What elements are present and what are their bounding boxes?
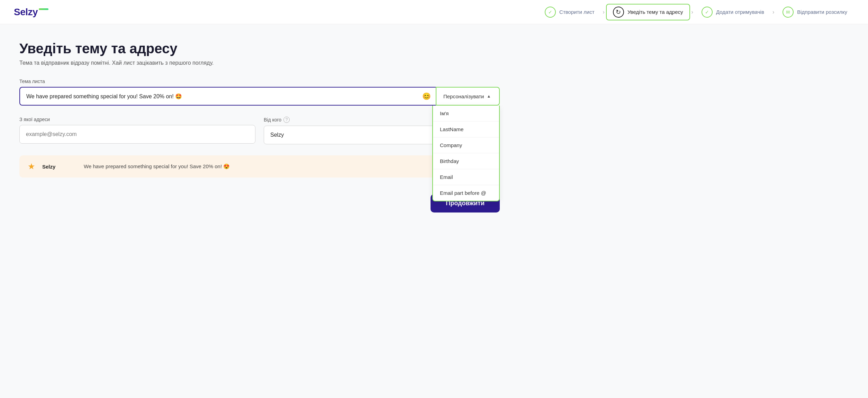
subject-row: 😊 Персоналізувати ▲ Ім'я LastName Compan… — [19, 87, 500, 106]
step-2-label: Уведіть тему та адресу — [627, 9, 683, 15]
dropdown-item-company[interactable]: Company — [433, 137, 499, 153]
dropdown-item-email[interactable]: Email — [433, 169, 499, 185]
chevron-up-icon: ▲ — [487, 94, 491, 99]
step-1[interactable]: ✓ Створити лист — [538, 4, 601, 20]
logo[interactable]: Selzy — [14, 7, 48, 18]
logo-text: Selzy — [14, 7, 38, 18]
preview-subject: We have prepared something special for y… — [84, 163, 230, 170]
page-title: Уведіть тему та адресу — [19, 41, 500, 56]
subject-input-wrapper: 😊 — [19, 87, 436, 106]
logo-accent — [39, 8, 48, 10]
step-2-refresh-icon: ↻ — [613, 7, 624, 18]
step-3-check-icon: ✓ — [702, 7, 713, 18]
arrow-1: › — [603, 9, 605, 15]
stepper: ✓ Створити лист › ↻ Уведіть тему та адре… — [538, 4, 854, 20]
step-4-label: Відправити розсилку — [797, 9, 847, 15]
from-address-field: З якої адреси — [19, 117, 255, 144]
help-icon[interactable]: ? — [283, 117, 290, 123]
step-4[interactable]: ✉ Відправити розсилку — [776, 4, 854, 20]
arrow-3: › — [772, 9, 774, 15]
dropdown-item-firstname[interactable]: Ім'я — [433, 106, 499, 121]
subject-input[interactable] — [19, 87, 436, 106]
preview-sender: Selzy — [42, 164, 77, 170]
step-2[interactable]: ↻ Уведіть тему та адресу — [606, 4, 690, 20]
step-4-mail-icon: ✉ — [783, 7, 794, 18]
header: Selzy ✓ Створити лист › ↻ Уведіть тему т… — [0, 0, 868, 24]
dropdown-item-email-part-before[interactable]: Email part before @ — [433, 185, 499, 201]
page-subtitle: Тема та відправник відразу помітні. Хай … — [19, 60, 500, 66]
from-address-input[interactable] — [19, 125, 255, 144]
from-row: З якої адреси Від кого ? — [19, 117, 500, 144]
personalize-dropdown: Ім'я LastName Company Birthday Email Ema… — [432, 106, 500, 201]
dropdown-item-birthday[interactable]: Birthday — [433, 153, 499, 169]
from-address-label: З якої адреси — [19, 117, 255, 122]
step-3[interactable]: ✓ Додати отримувачів — [695, 4, 771, 20]
arrow-2: › — [691, 9, 693, 15]
step-3-label: Додати отримувачів — [716, 9, 764, 15]
personalize-button[interactable]: Персоналізувати ▲ — [436, 87, 500, 106]
continue-btn-row: Продовжити — [19, 194, 500, 212]
step-1-label: Створити лист — [559, 9, 594, 15]
star-icon: ★ — [28, 162, 35, 171]
personalize-label: Персоналізувати — [443, 93, 484, 99]
main-content: Уведіть тему та адресу Тема та відправни… — [0, 24, 519, 226]
emoji-button[interactable]: 😊 — [422, 92, 431, 100]
step-1-check-icon: ✓ — [545, 7, 556, 18]
dropdown-item-lastname[interactable]: LastName — [433, 121, 499, 137]
form-section: Тема листа 😊 Персоналізувати ▲ Ім'я Last… — [19, 79, 500, 212]
subject-label: Тема листа — [19, 79, 500, 84]
preview-row: ★ Selzy We have prepared something speci… — [19, 155, 500, 178]
